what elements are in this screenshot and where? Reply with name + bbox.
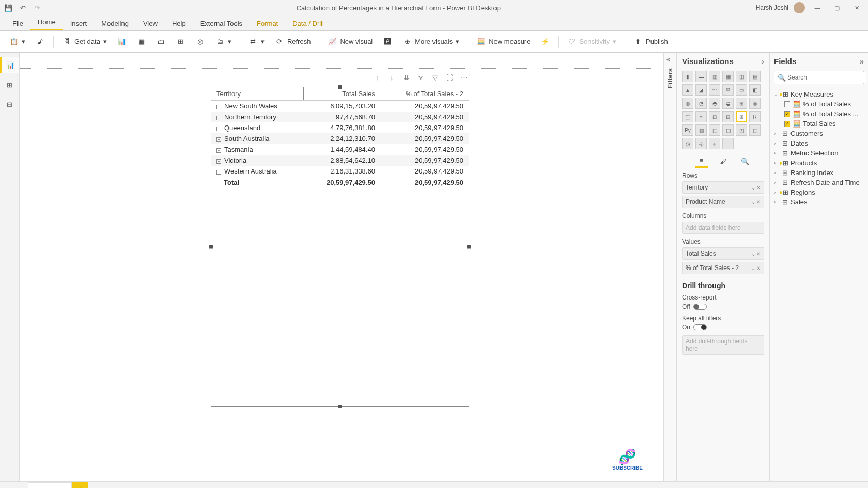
- data-view-icon[interactable]: ⊞: [0, 76, 19, 93]
- page-tab-solution[interactable]: Solution: [28, 482, 72, 489]
- viz-type-icon[interactable]: ▤: [749, 71, 761, 82]
- more-visuals-button[interactable]: ⊕More visuals ▾: [398, 35, 463, 49]
- table-row[interactable]: +Victoria2,88,54,642.1020,59,97,429.50: [211, 155, 469, 166]
- menu-view[interactable]: View: [136, 17, 165, 30]
- focus-mode-icon[interactable]: ⛶: [445, 73, 454, 82]
- columns-well-empty[interactable]: Add data fields here: [682, 222, 764, 234]
- more-options-icon[interactable]: ⋯: [459, 73, 469, 82]
- maximize-icon[interactable]: ▢: [830, 1, 844, 15]
- table-products[interactable]: ›⊞Products: [774, 158, 864, 168]
- table-key-measures[interactable]: ⌄⊞Key Measures: [774, 89, 864, 99]
- viz-type-icon[interactable]: ⊡: [709, 111, 720, 122]
- table-row[interactable]: +Queensland4,79,76,381.8020,59,97,429.50: [211, 122, 469, 133]
- viz-type-icon[interactable]: ◳: [736, 124, 747, 136]
- viz-type-icon[interactable]: ⊟: [722, 111, 734, 122]
- viz-type-icon[interactable]: ◱: [709, 124, 720, 136]
- table-dates[interactable]: ›⊞Dates: [774, 138, 864, 148]
- resize-handle-e[interactable]: [467, 245, 471, 249]
- table-refresh-date-and-time[interactable]: ›⊞Refresh Date and Time: [774, 178, 864, 187]
- expand-all-icon[interactable]: ⇊: [401, 73, 411, 82]
- save-icon[interactable]: 💾: [4, 4, 12, 12]
- viz-type-icon[interactable]: ◔: [695, 98, 707, 109]
- viz-type-icon[interactable]: ◫: [736, 71, 747, 82]
- next-page-icon[interactable]: ►: [16, 484, 28, 489]
- viz-type-icon[interactable]: ▥: [695, 124, 707, 136]
- viz-type-icon[interactable]: ◰: [722, 124, 734, 136]
- refresh-button[interactable]: ⟳Refresh: [271, 35, 315, 49]
- dataverse-icon[interactable]: ◎: [192, 35, 209, 49]
- viz-type-icon[interactable]: ⊞: [736, 111, 747, 122]
- menu-file[interactable]: File: [5, 17, 30, 30]
- remove-icon[interactable]: ✕: [756, 251, 761, 257]
- remove-icon[interactable]: ✕: [756, 199, 761, 205]
- resize-handle-w[interactable]: [209, 245, 213, 249]
- viz-type-icon[interactable]: ⟐: [709, 138, 720, 149]
- table-regions[interactable]: ›⊞Regions: [774, 187, 864, 197]
- drill-up-icon[interactable]: ↑: [373, 73, 382, 82]
- viz-type-icon[interactable]: ◵: [695, 138, 707, 149]
- remove-icon[interactable]: ✕: [756, 265, 761, 271]
- model-view-icon[interactable]: ⊟: [0, 96, 19, 113]
- viz-type-icon[interactable]: ◲: [749, 124, 761, 136]
- table-ranking-index[interactable]: ›⊞Ranking Index: [774, 168, 864, 178]
- viz-type-icon[interactable]: ◶: [682, 138, 693, 149]
- new-measure-button[interactable]: 🧮New measure: [472, 35, 534, 49]
- minimize-icon[interactable]: —: [810, 1, 825, 15]
- viz-type-icon[interactable]: ◧: [749, 84, 761, 96]
- viz-type-icon[interactable]: ▬: [695, 71, 707, 82]
- row-well-territory[interactable]: Territory⌄✕: [682, 181, 764, 194]
- menu-help[interactable]: Help: [165, 17, 193, 30]
- table-metric-selection[interactable]: ›⊞Metric Selection: [774, 148, 864, 158]
- undo-icon[interactable]: ↶: [19, 4, 27, 12]
- col-header-total-sales[interactable]: Total Sales: [304, 87, 380, 101]
- menu-external-tools[interactable]: External Tools: [193, 17, 250, 30]
- field--of-total-sales-[interactable]: 🧮% of Total Sales ...: [774, 109, 864, 119]
- cross-report-toggle[interactable]: [693, 304, 707, 310]
- expand-icon[interactable]: +: [216, 159, 221, 164]
- table-row[interactable]: +New South Wales6,09,15,703.2020,59,97,4…: [211, 101, 469, 112]
- viz-type-icon[interactable]: ⊞: [736, 98, 747, 109]
- menu-insert[interactable]: Insert: [63, 17, 95, 30]
- table-sales[interactable]: ›⊞Sales: [774, 197, 864, 207]
- menu-data-drill[interactable]: Data / Drill: [285, 17, 331, 30]
- expand-filters-icon[interactable]: «: [667, 56, 670, 63]
- expand-icon[interactable]: +: [216, 127, 221, 131]
- viz-type-icon[interactable]: ⧉: [722, 84, 734, 96]
- table-row[interactable]: +Tasmania1,44,59,484.4020,59,97,429.50: [211, 144, 469, 155]
- fields-tab-icon[interactable]: ≡: [695, 154, 708, 168]
- viz-type-icon[interactable]: R: [749, 111, 761, 122]
- menu-modeling[interactable]: Modeling: [94, 17, 136, 30]
- value-well-pct[interactable]: % of Total Sales - 2⌄✕: [682, 262, 764, 274]
- field--of-total-sales[interactable]: 🧮% of Total Sales: [774, 99, 864, 109]
- expand-icon[interactable]: +: [216, 105, 221, 109]
- table-customers[interactable]: ›⊞Customers: [774, 129, 864, 138]
- report-view-icon[interactable]: 📊: [0, 57, 19, 73]
- get-data-button[interactable]: 🗄Get data ▾: [58, 35, 111, 49]
- drill-down-icon[interactable]: ↓: [387, 73, 396, 82]
- remove-icon[interactable]: ✕: [756, 185, 761, 191]
- collapse-viz-icon[interactable]: ›: [762, 57, 764, 66]
- viz-type-icon[interactable]: ⋯: [722, 138, 734, 149]
- table-row[interactable]: +Northern Territory97,47,568.7020,59,97,…: [211, 112, 469, 122]
- publish-button[interactable]: ⬆Publish: [629, 35, 672, 49]
- viz-type-icon[interactable]: ◓: [709, 98, 720, 109]
- viz-type-icon[interactable]: ▥: [709, 71, 720, 82]
- user-name[interactable]: Harsh Joshi: [756, 4, 788, 11]
- fields-search[interactable]: 🔍: [774, 71, 864, 84]
- checkbox[interactable]: [784, 121, 791, 127]
- expand-icon[interactable]: +: [216, 116, 221, 120]
- table-row[interactable]: +Western Australia2,16,31,338.6020,59,97…: [211, 166, 469, 177]
- viz-type-icon[interactable]: ▭: [736, 84, 747, 96]
- collapse-fields-icon[interactable]: »: [860, 57, 864, 66]
- value-well-total-sales[interactable]: Total Sales⌄✕: [682, 247, 764, 260]
- col-header-pct[interactable]: % of Total Sales - 2: [380, 87, 469, 101]
- viz-type-icon[interactable]: ▦: [722, 71, 734, 82]
- recent-sources-icon[interactable]: 🗂▾: [211, 35, 236, 49]
- chevron-down-icon[interactable]: ⌄: [751, 185, 755, 191]
- chevron-down-icon[interactable]: ⌄: [751, 251, 755, 257]
- table-row[interactable]: +South Australia2,24,12,310.7020,59,97,4…: [211, 133, 469, 144]
- quick-measure-button[interactable]: ⚡: [536, 35, 554, 49]
- filters-pane-collapsed[interactable]: « Filters: [663, 53, 677, 481]
- analytics-tab-icon[interactable]: 🔍: [738, 154, 752, 168]
- viz-type-icon[interactable]: ▲: [682, 84, 693, 96]
